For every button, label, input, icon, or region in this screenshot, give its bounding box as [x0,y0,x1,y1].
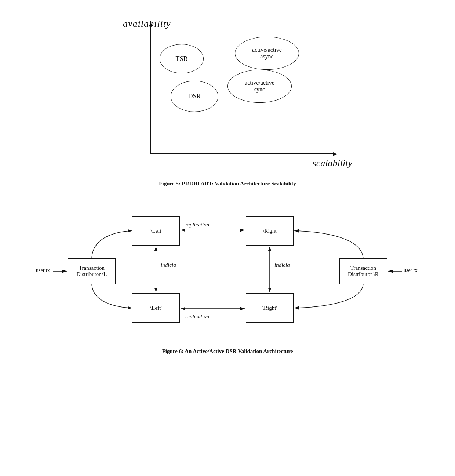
user-tx-right: user tx [404,268,418,273]
x-axis-arrow [333,152,337,156]
x-axis-label: scalability [313,158,352,169]
td-right-label: Transaction Distributor \R [348,265,379,277]
td-left-label: Transaction Distributor \L [77,265,107,277]
ellipse-sync: active/active sync [228,70,292,103]
sync-label: active/active sync [245,80,274,93]
page: availability scalability TSR DSR active/… [0,0,455,369]
figure6-caption: Figure 6: An Active/Active DSR Validatio… [162,348,293,355]
figure6-container: \Left \Left' \Right \Right' Transaction … [29,201,426,355]
user-tx-left: user tx [36,268,50,273]
replication-bottom-label: replication [185,313,209,320]
dsr-label: DSR [188,92,201,100]
x-axis [150,153,334,154]
left-top-label: \Left [150,228,161,234]
chart-area: availability scalability TSR DSR active/… [103,15,352,176]
figure5-container: availability scalability TSR DSR active/… [29,15,426,187]
right-bottom-label: \Right' [262,305,277,311]
ellipse-async: active/active async [235,37,299,70]
indicia-right-label: indicia [274,262,290,268]
right-top-label: \Right [263,228,277,234]
diagram-area: \Left \Left' \Right \Right' Transaction … [33,201,422,337]
indicia-left-label: indicia [161,262,176,268]
tsr-label: TSR [175,55,188,63]
box-td-right: Transaction Distributor \R [339,258,387,284]
async-label: active/active async [252,47,282,60]
left-bottom-label: \Left' [150,305,162,311]
box-td-left: Transaction Distributor \L [68,258,116,284]
ellipse-dsr: DSR [171,81,218,112]
y-axis [150,26,151,154]
box-right-top: \Right [246,216,294,246]
y-axis-label: availability [123,18,171,29]
box-left-bottom: \Left' [132,293,180,323]
box-right-bottom: \Right' [246,293,294,323]
replication-top-label: replication [185,222,209,228]
figure5-caption: Figure 5: PRIOR ART: Validation Architec… [159,181,296,187]
ellipse-tsr: TSR [160,44,204,73]
box-left-top: \Left [132,216,180,246]
